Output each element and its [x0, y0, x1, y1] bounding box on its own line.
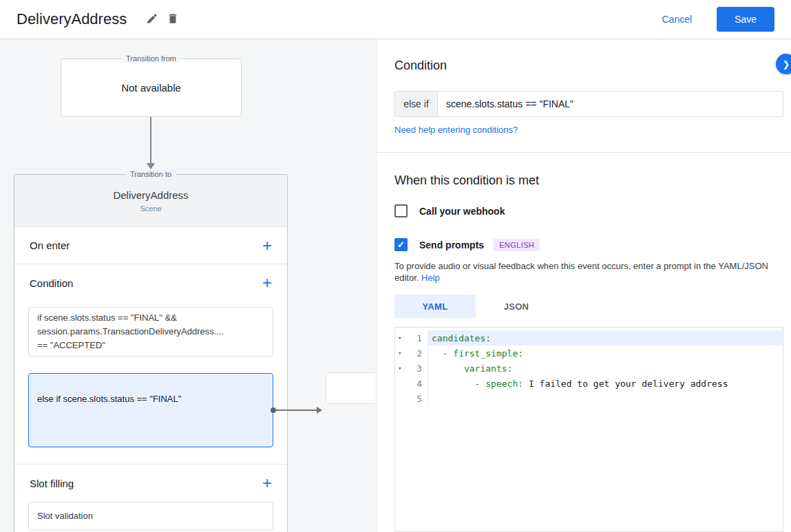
editor-gutter: 5 — [395, 391, 428, 406]
condition-item-else-if-text: else if scene.slots.status == "FINAL" — [37, 394, 181, 404]
condition-item-else-if[interactable]: else if scene.slots.status == "FINAL" — [28, 373, 273, 447]
trash-icon — [167, 12, 179, 27]
line-number: 3 — [406, 363, 428, 374]
yaml-code-editor[interactable]: ▾ 1 candidates: ▾ 2 - first_simple: ▾ 3 … — [394, 327, 783, 532]
condition-expression-row: else if scene.slots.status == "FINAL" — [394, 91, 783, 117]
transition-arrow-line — [150, 117, 151, 164]
condition-section-header: Condition + — [14, 264, 287, 301]
slot-filling-title: Slot filling — [30, 478, 74, 489]
code-text: - first_simple: — [428, 345, 783, 361]
code-text: variants: — [428, 361, 783, 376]
transition-from-label: Transition from — [121, 54, 181, 63]
chevron-right-icon: ❯ — [783, 59, 790, 70]
page-title: DeliveryAddress — [17, 10, 127, 28]
condition-title: Condition — [30, 277, 73, 289]
language-badge: ENGLISH — [494, 239, 540, 251]
scene-type: Scene — [14, 204, 287, 213]
collapse-panel-button[interactable]: ❯ — [776, 54, 791, 74]
slot-filling-section: Slot filling + Slot validation Transacti… — [14, 465, 287, 532]
connector-line — [275, 409, 318, 411]
panel-heading: Condition — [394, 58, 447, 73]
editor-gutter: ▾ 3 — [395, 361, 428, 376]
add-condition-button[interactable]: + — [262, 276, 272, 290]
code-line: ▾ 1 candidates: — [395, 330, 783, 345]
cancel-button[interactable]: Cancel — [662, 14, 692, 25]
line-number: 1 — [406, 333, 428, 343]
tab-yaml[interactable]: YAML — [394, 295, 476, 318]
scene-card: Transition to DeliveryAddress Scene On e… — [14, 174, 288, 532]
condition-item-if[interactable]: if scene.slots.status == "FINAL" && sess… — [28, 307, 273, 357]
fold-arrow-icon[interactable]: ▾ — [395, 334, 406, 341]
line-number: 5 — [406, 394, 428, 404]
code-text: - speech: I failed to get your delivery … — [428, 376, 783, 391]
prompt-description-text: To provide audio or visual feedback when… — [394, 261, 768, 283]
checkmark-icon: ✓ — [397, 240, 405, 250]
scene-card-header: DeliveryAddress Scene — [14, 175, 287, 227]
top-header: DeliveryAddress Cancel Save — [0, 0, 791, 39]
code-line: 4 - speech: I failed to get your deliver… — [395, 376, 783, 391]
help-link[interactable]: Help — [421, 273, 440, 283]
edit-title-button[interactable] — [142, 8, 162, 31]
delete-scene-button[interactable] — [162, 8, 183, 31]
tab-json[interactable]: JSON — [476, 295, 557, 318]
send-prompts-checkbox[interactable]: ✓ — [394, 238, 408, 251]
condition-editor-panel: Condition ❯ else if scene.slots.status =… — [376, 39, 791, 532]
code-line: ▾ 2 - first_simple: — [395, 345, 783, 361]
section-divider — [377, 152, 791, 153]
webhook-label: Call your webhook — [419, 206, 505, 217]
save-button[interactable]: Save — [717, 7, 774, 32]
conditions-help-link[interactable]: Need help entering conditions? — [394, 125, 518, 135]
on-enter-title: On enter — [30, 240, 70, 251]
on-enter-section: On enter + — [14, 227, 287, 264]
send-prompts-label: Send prompts — [419, 240, 484, 251]
prompt-description: To provide audio or visual feedback when… — [394, 260, 777, 284]
editor-gutter: ▾ 2 — [395, 345, 428, 361]
code-text — [428, 391, 783, 406]
pencil-icon — [146, 12, 158, 27]
editor-gutter: 4 — [395, 376, 428, 391]
fold-arrow-icon[interactable]: ▾ — [395, 350, 406, 357]
scene-name: DeliveryAddress — [14, 175, 287, 201]
slot-item-validation[interactable]: Slot validation — [28, 502, 273, 531]
editor-gutter: ▾ 1 — [395, 330, 428, 345]
condition-expression-input[interactable]: scene.slots.status == "FINAL" — [438, 92, 783, 116]
condition-section: Condition + if scene.slots.status == "FI… — [14, 264, 287, 465]
line-number: 2 — [406, 348, 428, 359]
transition-from-value: Not available — [121, 82, 181, 94]
code-line: ▾ 3 variants: — [395, 361, 783, 376]
condition-prefix: else if — [395, 92, 438, 116]
editor-format-tabs: YAML JSON — [394, 295, 557, 318]
fold-arrow-icon[interactable]: ▾ — [395, 365, 406, 372]
send-prompts-row: ✓ Send prompts ENGLISH — [394, 238, 540, 251]
add-on-enter-button[interactable]: + — [262, 239, 272, 253]
code-line: 5 — [395, 391, 783, 406]
when-condition-met-heading: When this condition is met — [394, 173, 539, 188]
webhook-row: Call your webhook — [394, 204, 505, 217]
scene-canvas: Transition from Not available Transition… — [0, 39, 376, 532]
transition-from-box: Transition from Not available — [61, 58, 242, 117]
connector-arrow-icon — [317, 407, 322, 414]
line-number: 4 — [406, 379, 428, 389]
add-slot-button[interactable]: + — [262, 476, 272, 490]
webhook-checkbox[interactable] — [394, 204, 408, 217]
slot-filling-section-header: Slot filling + — [14, 465, 287, 502]
transition-to-label: Transition to — [125, 170, 176, 178]
transition-arrow-head — [147, 163, 155, 169]
transition-target-box[interactable] — [326, 372, 376, 404]
code-text: candidates: — [428, 330, 783, 345]
